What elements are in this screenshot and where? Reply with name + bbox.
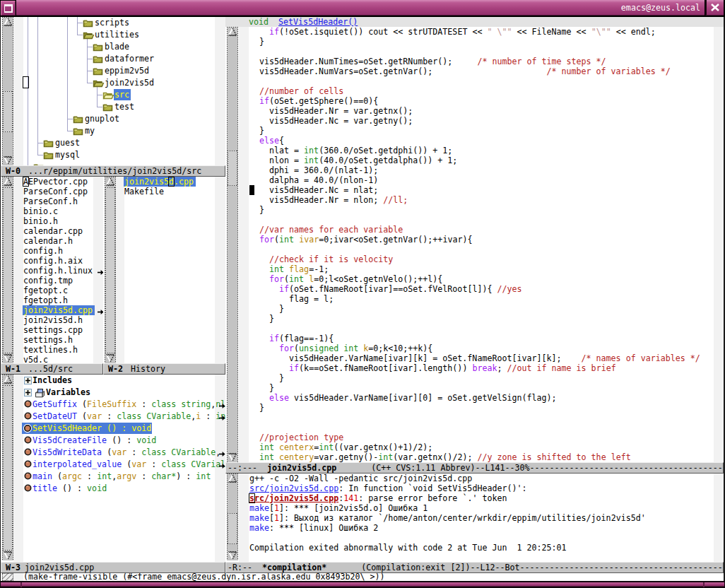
source-file-item[interactable]: join2vis5d.cpp [1, 305, 103, 315]
method-bullet-selected-icon [23, 424, 33, 435]
code-line: //var names for each variable [249, 225, 403, 235]
scroll-down-arrow-icon[interactable] [3, 551, 13, 559]
source-file-item[interactable]: config.h [1, 246, 103, 256]
tree-item-my[interactable]: my [1, 125, 225, 137]
method-item[interactable]: SetDateUT (var : class CVariable,i : in [1, 411, 225, 423]
code-line: if(k==oSet.fNameRoot[ivar].length()) bre… [249, 363, 616, 373]
compilation-modeline[interactable]: -R:-- *compilation* (Compilation:exit [2… [225, 562, 724, 573]
method-item[interactable]: SetVis5dHeader () : void [1, 423, 225, 435]
source-file-item[interactable]: ParseConf.cpp [1, 187, 103, 196]
method-item[interactable]: GetSuffix (FileSuffix : class string,nl [1, 399, 225, 411]
editor-scrollbar[interactable] [227, 27, 238, 462]
tree-item-test[interactable]: test [1, 101, 225, 113]
methods-scrollbar[interactable] [2, 375, 13, 560]
source-file-item[interactable]: join2vis5d.h [1, 315, 103, 325]
tree-item-mysql[interactable]: mysql [1, 149, 225, 161]
editor-modeline[interactable]: --:--- join2vis5d.cpp (C++ CVS:1.11 Abbr… [225, 462, 724, 474]
directories-scrollbar[interactable] [2, 17, 13, 165]
tree-item-blade[interactable]: blade [1, 41, 225, 53]
directories-modeline[interactable]: W-0...r/eppim/utilities/join2vis5d/src [1, 165, 225, 177]
source-file-item[interactable]: fgetopt.c [1, 286, 103, 295]
code-line: for(int l=0;l<oSet.getnVelo();++l){ [249, 274, 442, 284]
tree-item-dataformer[interactable]: dataformer [1, 53, 225, 65]
source-file-item[interactable]: config.h.linux [1, 266, 103, 276]
scroll-up-arrow-icon[interactable] [3, 375, 13, 384]
truncation-arrow-icon [219, 413, 225, 423]
scroll-up-arrow-icon[interactable] [3, 18, 13, 26]
history-item[interactable]: join2vis5d.cpp [104, 177, 225, 187]
source-file-item[interactable]: calendar.h [1, 236, 103, 246]
source-file-item[interactable]: fgetopt.h [1, 295, 103, 305]
code-line: } [249, 373, 284, 383]
method-item[interactable]: main (argc : int,argv : char*) : int [1, 471, 225, 483]
method-item-text: main (argc : int,argv : char*) : int [33, 471, 211, 482]
tree-item-utilities[interactable]: utilities [1, 29, 225, 41]
source-file-item[interactable]: v5d.c [1, 355, 103, 363]
titlebar-band[interactable]: emacs@zeus.local [16, 0, 705, 16]
code-line: if(oSet.getSphere()==0){ [249, 96, 378, 106]
source-file-item[interactable]: binio.h [1, 216, 103, 226]
modeline-window-tag: W-2 [108, 364, 123, 374]
method-item[interactable]: Variables [1, 387, 225, 399]
scroll-up-arrow-icon[interactable] [228, 474, 237, 483]
truncation-arrow-icon [219, 401, 225, 411]
editor-right-fringe [714, 27, 724, 462]
method-item[interactable]: Vis5dCreateFile () : void [1, 435, 225, 447]
source-file-item[interactable]: ParseConf.h [1, 196, 103, 206]
code-line: if(!oSet.isquiet()) cout << strUTDATESET… [249, 27, 656, 37]
source-file-item[interactable]: config.h.aix [1, 256, 103, 266]
history-scrollbar[interactable] [105, 177, 116, 363]
tree-item-src[interactable]: src [1, 89, 225, 101]
scrollbar-thumb[interactable] [3, 187, 13, 353]
source-file-item[interactable]: calendar.cpp [1, 226, 103, 236]
scroll-down-arrow-icon[interactable] [105, 353, 115, 362]
tree-item-join2vis5d[interactable]: join2vis5d [1, 77, 225, 89]
compilation-line: make[1]: *** [join2vis5d.o] Ошибка 1 [249, 503, 428, 513]
method-item[interactable]: title () : void [1, 483, 225, 495]
tree-item-scripts[interactable]: scripts [1, 17, 225, 29]
methods-modeline[interactable]: W-3join2vis5d.cpp [1, 562, 225, 573]
history-modeline[interactable]: W-2History [103, 363, 225, 375]
editor-left-fringe [239, 27, 249, 462]
tree-item-guest[interactable]: guest [1, 137, 225, 149]
method-item-text: Vis5dWriteData (var : class CVariable, [33, 447, 225, 458]
code-line: dalpha = 40.0/(nlon-1) [249, 175, 378, 185]
sources-scrollbar[interactable] [2, 177, 13, 363]
close-button[interactable] [705, 0, 724, 16]
scroll-down-arrow-icon[interactable] [228, 452, 237, 461]
tree-item-eppim2v5d[interactable]: eppim2v5d [1, 65, 225, 77]
history-cursor [168, 177, 175, 187]
code-line: } [249, 403, 264, 413]
scroll-up-arrow-icon[interactable] [228, 28, 237, 36]
scrollbar-thumb[interactable] [3, 91, 13, 132]
method-item[interactable]: Includes [1, 375, 225, 387]
code-line: int centerx=int((var.getnx()+1)/2); [249, 442, 432, 452]
compilation-scrollbar[interactable] [227, 474, 238, 560]
source-file-item[interactable]: config.tmp [1, 276, 103, 286]
scroll-up-arrow-icon[interactable] [3, 177, 13, 186]
method-item[interactable]: interpolated_value (var : class CVarial [1, 459, 225, 471]
method-bullet-icon [24, 412, 32, 422]
sources-modeline[interactable]: W-1...5d/src [1, 363, 103, 375]
scrollbar-thumb[interactable] [228, 513, 237, 544]
truncation-arrow-icon [219, 461, 225, 471]
scrollbar-thumb[interactable] [228, 151, 237, 186]
code-line: //check if it is velocity [249, 254, 393, 264]
history-item[interactable]: Makefile [104, 187, 225, 196]
tree-item-gnuplot[interactable]: gnuplot [1, 113, 225, 125]
source-file-item[interactable]: AEPvector.cpp [1, 177, 103, 187]
source-file-item[interactable]: settings.cpp [1, 325, 103, 335]
source-file-item[interactable]: settings.h [1, 335, 103, 345]
scroll-up-arrow-icon[interactable] [105, 177, 115, 186]
scroll-down-arrow-icon[interactable] [228, 551, 237, 559]
source-file-item[interactable]: textlines.h [1, 345, 103, 355]
method-item[interactable]: Vis5dWriteData (var : class CVariable, [1, 447, 225, 459]
scrollbar-thumb[interactable] [105, 187, 115, 353]
minibuffer[interactable]: (make-frame-visible (#<frame emacs@zeus.… [1, 573, 724, 581]
window-menu-button[interactable] [1, 1, 16, 16]
scrollbar-thumb[interactable] [3, 385, 13, 551]
source-file-item[interactable]: binio.c [1, 206, 103, 216]
echo-area-text: (make-frame-visible (#<frame emacs@zeus.… [23, 573, 385, 581]
scroll-down-arrow-icon[interactable] [3, 353, 13, 362]
scroll-down-arrow-icon[interactable] [3, 155, 13, 164]
